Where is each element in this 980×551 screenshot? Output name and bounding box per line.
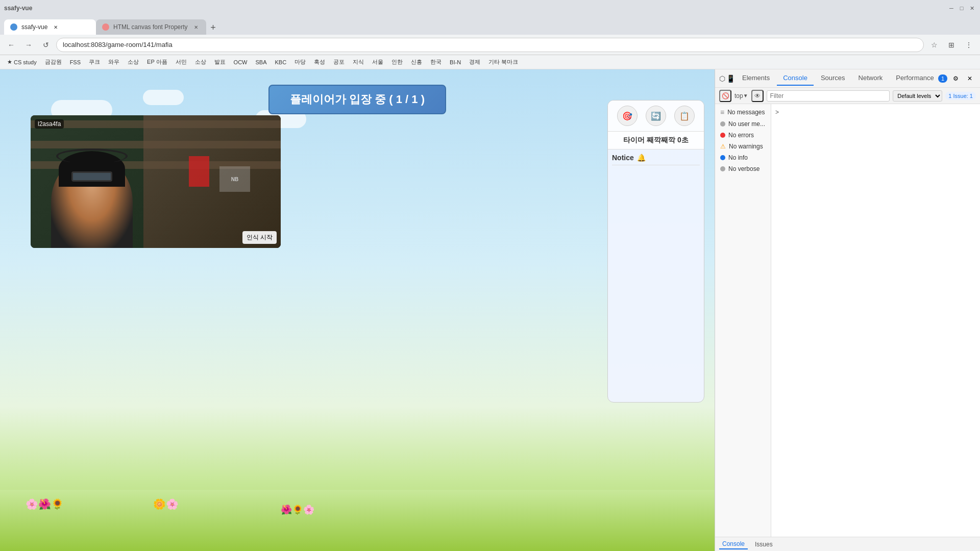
- devtools-header: ⬡ 📱 Elements Console Sources Network Per…: [715, 69, 980, 88]
- bookmark-sba[interactable]: SBA: [252, 58, 270, 66]
- video-container: NB l2asa4fa 인식 시작: [31, 115, 281, 248]
- extensions-button[interactable]: ⊞: [944, 38, 959, 52]
- browser-title: ssafy-vue: [4, 5, 32, 12]
- bookmark-seoul[interactable]: 서울: [369, 57, 386, 67]
- panel-icon-refresh[interactable]: 🔄: [646, 106, 666, 126]
- context-top-label: top: [734, 92, 743, 99]
- tab-html-canvas[interactable]: HTML canvas font Property ✕: [96, 19, 206, 35]
- console-main: >: [771, 104, 980, 537]
- panel-icon-target[interactable]: 🎯: [617, 106, 638, 126]
- log-levels-sidebar: ≡ No messages No user me... No errors ⚠ …: [715, 104, 771, 537]
- console-input-field[interactable]: [781, 108, 976, 116]
- bookmark-ep[interactable]: EP 아픔: [144, 57, 170, 67]
- bookmark-sosang[interactable]: 소상: [125, 57, 142, 67]
- devtools-device-button[interactable]: 📱: [726, 72, 735, 85]
- bookmark-gongpo[interactable]: 공포: [330, 57, 348, 67]
- user-messages-dot: [720, 121, 725, 127]
- log-level-user-messages[interactable]: No user me...: [715, 118, 771, 130]
- tab-ssafy-vue[interactable]: ssafy-vue ✕: [4, 19, 96, 35]
- devtools-toolbar: 🚫 top ▼ 👁 Default levels Verbose Info Wa…: [715, 88, 980, 104]
- bookmarks-bar: ★ CS study 금감원 FSS 쿠크 와우 소상 EP 아픔 서민 소상 …: [0, 55, 980, 69]
- devtools-tab-sources[interactable]: Sources: [815, 71, 851, 86]
- window-controls: ─ □ ✕: [947, 4, 976, 12]
- log-level-info[interactable]: No info: [715, 152, 771, 163]
- reload-button[interactable]: ↺: [39, 38, 53, 52]
- title-bar: ssafy-vue ─ □ ✕: [0, 0, 980, 16]
- context-dropdown-icon: ▼: [743, 93, 748, 98]
- tab-label-1: ssafy-vue: [21, 23, 47, 31]
- bookmark-label: CS study: [14, 59, 37, 65]
- bookmark-semin[interactable]: 서민: [173, 57, 190, 67]
- bookmark-baltap[interactable]: 발표: [211, 57, 229, 67]
- panel-icon-bar: 🎯 🔄 📋: [608, 101, 704, 132]
- issue-count-badge: 1: [938, 74, 947, 83]
- bookmark-fss[interactable]: FSS: [67, 58, 84, 66]
- player-banner-text: 플레이어가 입장 중 ( 1 / 1 ): [290, 93, 425, 106]
- forward-button[interactable]: →: [21, 38, 36, 52]
- log-level-verbose[interactable]: No verbose: [715, 163, 771, 174]
- console-filter-input[interactable]: [767, 90, 890, 102]
- console-eye-button[interactable]: 👁: [751, 90, 764, 102]
- bookmark-sinhung[interactable]: 신흥: [408, 57, 425, 67]
- address-bar[interactable]: localhost:8083/game-room/141/mafia: [56, 38, 924, 52]
- back-button[interactable]: ←: [4, 38, 18, 52]
- bookmark-kuku[interactable]: 쿠크: [86, 57, 103, 67]
- devtools-tab-console[interactable]: Console: [777, 71, 814, 86]
- devtools-tab-elements[interactable]: Elements: [736, 71, 776, 86]
- devtools-inspect-button[interactable]: ⬡: [719, 72, 725, 85]
- info-label: No info: [728, 154, 748, 161]
- devtools-close-button[interactable]: ✕: [964, 72, 976, 85]
- nb-logo: NB: [219, 166, 250, 192]
- timer-section: 타이머 째깍째깍 0초: [608, 132, 704, 149]
- new-tab-button[interactable]: +: [206, 20, 220, 35]
- bookmark-gyeongje[interactable]: 경제: [466, 57, 483, 67]
- devtools-tab-performance[interactable]: Performance: [890, 71, 934, 86]
- devtools-tab-network[interactable]: Network: [852, 71, 889, 86]
- devtools-settings-button[interactable]: ⚙: [949, 72, 962, 85]
- bookmark-hanguk[interactable]: 한국: [427, 57, 445, 67]
- bottom-tab-console[interactable]: Console: [719, 539, 748, 549]
- bookmark-inhan[interactable]: 인한: [388, 57, 406, 67]
- log-level-messages[interactable]: ≡ No messages: [715, 106, 771, 118]
- tab-close-1[interactable]: ✕: [52, 23, 60, 31]
- bookmark-other[interactable]: 기타 북마크: [485, 57, 521, 67]
- devtools-content: ≡ No messages No user me... No errors ⚠ …: [715, 104, 980, 537]
- bookmark-bi-n[interactable]: BI-N: [447, 58, 464, 66]
- bottom-tab-issues[interactable]: Issues: [752, 540, 776, 549]
- devtools-bottom-bar: Console Issues: [715, 537, 980, 551]
- log-level-select[interactable]: Default levels Verbose Info Warning Erro…: [893, 90, 942, 102]
- video-start-button[interactable]: 인식 시작: [242, 231, 277, 244]
- tab-network-label: Network: [859, 74, 883, 82]
- maximize-button[interactable]: □: [958, 4, 966, 12]
- bookmark-button[interactable]: ☆: [927, 38, 941, 52]
- bookmark-kbc[interactable]: KBC: [272, 58, 289, 66]
- bookmark-jisik[interactable]: 지식: [350, 57, 367, 67]
- notice-content: [612, 168, 700, 398]
- panel-icon-clipboard[interactable]: 📋: [674, 106, 695, 126]
- console-prompt-line: >: [775, 108, 976, 116]
- bookmark-icon: ★: [7, 59, 12, 65]
- red-item: [189, 156, 209, 187]
- bookmark-geumgam[interactable]: 금감원: [42, 57, 65, 67]
- log-level-errors[interactable]: No errors: [715, 130, 771, 141]
- console-clear-button[interactable]: 🚫: [719, 90, 731, 102]
- bookmark-hokseong[interactable]: 혹성: [311, 57, 328, 67]
- bookmark-waoo[interactable]: 와우: [105, 57, 122, 67]
- minimize-button[interactable]: ─: [947, 4, 955, 12]
- person-glasses: [71, 171, 112, 182]
- context-selector[interactable]: top ▼: [734, 92, 748, 99]
- shelf-1: [31, 120, 281, 128]
- clothes-rack-bg: [143, 115, 281, 248]
- tab-elements-label: Elements: [742, 74, 770, 82]
- bookmark-madang[interactable]: 마당: [291, 57, 309, 67]
- bookmark-ocw[interactable]: OCW: [231, 58, 251, 66]
- flower-decoration-3: 🌺🌻🌸: [281, 504, 314, 515]
- bookmark-sosang2[interactable]: 소상: [192, 57, 209, 67]
- messages-icon: ≡: [720, 108, 724, 116]
- bookmark-cs-study[interactable]: ★ CS study: [4, 58, 40, 66]
- tab-close-2[interactable]: ✕: [192, 23, 200, 31]
- close-button[interactable]: ✕: [968, 4, 976, 12]
- menu-button[interactable]: ⋮: [962, 38, 976, 52]
- log-level-warnings[interactable]: ⚠ No warnings: [715, 141, 771, 152]
- verbose-label: No verbose: [728, 165, 760, 172]
